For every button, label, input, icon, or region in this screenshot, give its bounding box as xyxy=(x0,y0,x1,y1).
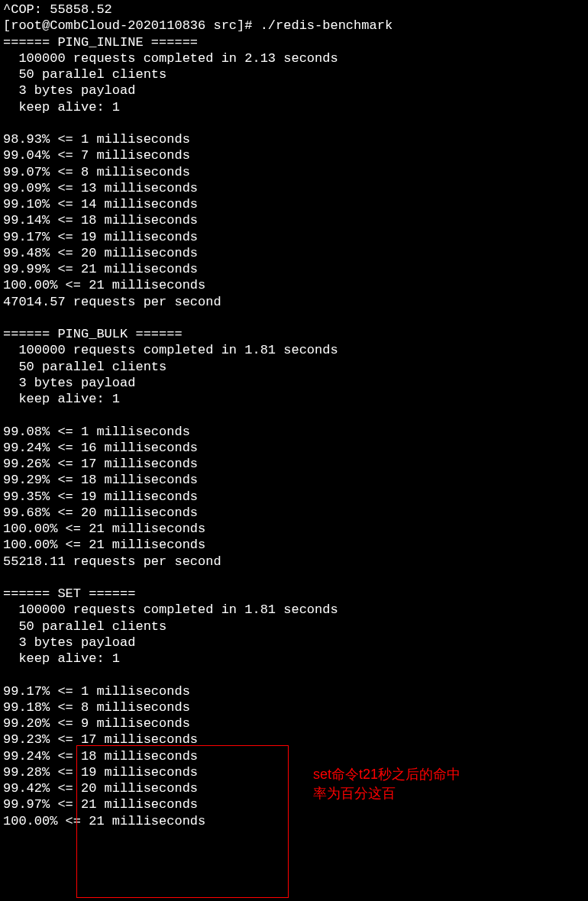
ping-inline-header: ====== PING_INLINE ====== xyxy=(3,35,198,50)
latency-line: 99.04% <= 7 milliseconds xyxy=(3,148,190,163)
latency-line: 99.42% <= 20 milliseconds xyxy=(3,781,198,796)
latency-line: 99.08% <= 1 milliseconds xyxy=(3,425,190,439)
ping-inline-payload: 3 bytes payload xyxy=(3,83,135,98)
ping-bulk-rps: 55218.11 requests per second xyxy=(3,554,221,569)
annotation-line-1: set命令t21秒之后的命中 xyxy=(313,765,460,784)
latency-line: 99.24% <= 18 milliseconds xyxy=(3,749,198,764)
latency-line: 99.23% <= 17 milliseconds xyxy=(3,732,198,747)
latency-line: 99.28% <= 19 milliseconds xyxy=(3,765,198,780)
latency-line: 99.29% <= 18 milliseconds xyxy=(3,473,198,487)
latency-line: 99.14% <= 18 milliseconds xyxy=(3,213,198,228)
latency-line: 99.68% <= 20 milliseconds xyxy=(3,505,198,520)
latency-line: 100.00% <= 21 milliseconds xyxy=(3,522,205,536)
latency-line: 99.20% <= 9 milliseconds xyxy=(3,716,190,731)
ping-bulk-payload: 3 bytes payload xyxy=(3,376,135,390)
latency-line: 99.48% <= 20 milliseconds xyxy=(3,246,198,260)
latency-line: 99.35% <= 19 milliseconds xyxy=(3,489,198,504)
latency-line: 99.24% <= 16 milliseconds xyxy=(3,441,198,455)
set-requests: 100000 requests completed in 1.81 second… xyxy=(3,602,338,617)
terminal-output[interactable]: ^COP: 55858.52 [root@CombCloud-202011083… xyxy=(0,0,588,831)
latency-line: 99.97% <= 21 milliseconds xyxy=(3,797,198,812)
latency-line: 100.00% <= 21 milliseconds xyxy=(3,538,205,552)
ping-inline-requests: 100000 requests completed in 2.13 second… xyxy=(3,51,338,66)
ping-inline-clients: 50 parallel clients xyxy=(3,67,166,82)
latency-line: 99.09% <= 13 milliseconds xyxy=(3,181,198,195)
latency-line: 99.07% <= 8 milliseconds xyxy=(3,165,190,179)
terminal-line: ^COP: 55858.52 xyxy=(3,2,112,17)
latency-line: 99.99% <= 21 milliseconds xyxy=(3,262,198,276)
ping-inline-keepalive: keep alive: 1 xyxy=(3,100,120,115)
set-keepalive: keep alive: 1 xyxy=(3,651,120,666)
latency-line: 99.17% <= 19 milliseconds xyxy=(3,230,198,244)
latency-line: 100.00% <= 21 milliseconds xyxy=(3,814,205,828)
ping-inline-rps: 47014.57 requests per second xyxy=(3,295,221,309)
set-payload: 3 bytes payload xyxy=(3,635,135,650)
latency-line: 99.18% <= 8 milliseconds xyxy=(3,700,190,715)
ping-bulk-requests: 100000 requests completed in 1.81 second… xyxy=(3,343,338,357)
annotation-text: set命令t21秒之后的命中 率为百分这百 xyxy=(313,765,460,803)
latency-line: 100.00% <= 21 milliseconds xyxy=(3,278,205,292)
ping-bulk-clients: 50 parallel clients xyxy=(3,360,166,374)
ping-bulk-keepalive: keep alive: 1 xyxy=(3,392,120,406)
latency-line: 99.10% <= 14 milliseconds xyxy=(3,197,198,212)
set-header: ====== SET ====== xyxy=(3,586,135,601)
ping-bulk-header: ====== PING_BULK ====== xyxy=(3,327,183,341)
set-clients: 50 parallel clients xyxy=(3,619,166,634)
latency-line: 99.26% <= 17 milliseconds xyxy=(3,457,198,471)
shell-prompt: [root@CombCloud-2020110836 src]# ./redis… xyxy=(3,18,393,33)
latency-line: 99.17% <= 1 milliseconds xyxy=(3,684,190,699)
latency-line: 98.93% <= 1 milliseconds xyxy=(3,132,190,147)
annotation-line-2: 率为百分这百 xyxy=(313,784,460,803)
